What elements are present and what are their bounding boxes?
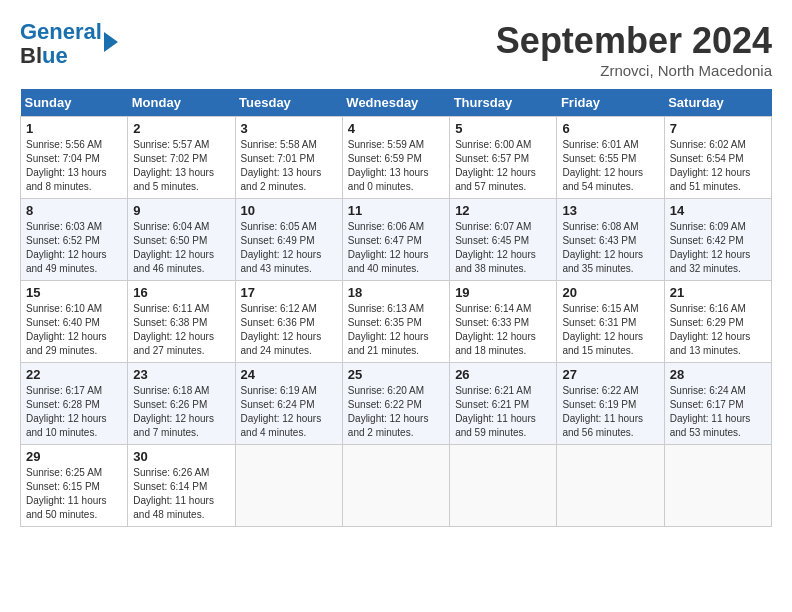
header-saturday: Saturday	[664, 89, 771, 117]
calendar-cell-empty	[450, 445, 557, 527]
calendar-cell-17: 17Sunrise: 6:12 AMSunset: 6:36 PMDayligh…	[235, 281, 342, 363]
day-info: Sunrise: 6:02 AMSunset: 6:54 PMDaylight:…	[670, 138, 766, 194]
calendar-week-0: 1Sunrise: 5:56 AMSunset: 7:04 PMDaylight…	[21, 117, 772, 199]
day-info: Sunrise: 6:08 AMSunset: 6:43 PMDaylight:…	[562, 220, 658, 276]
day-number: 2	[133, 121, 229, 136]
day-number: 15	[26, 285, 122, 300]
day-info: Sunrise: 5:56 AMSunset: 7:04 PMDaylight:…	[26, 138, 122, 194]
day-number: 25	[348, 367, 444, 382]
calendar-cell-29: 29Sunrise: 6:25 AMSunset: 6:15 PMDayligh…	[21, 445, 128, 527]
day-info: Sunrise: 6:01 AMSunset: 6:55 PMDaylight:…	[562, 138, 658, 194]
calendar-cell-12: 12Sunrise: 6:07 AMSunset: 6:45 PMDayligh…	[450, 199, 557, 281]
calendar-cell-21: 21Sunrise: 6:16 AMSunset: 6:29 PMDayligh…	[664, 281, 771, 363]
day-info: Sunrise: 5:58 AMSunset: 7:01 PMDaylight:…	[241, 138, 337, 194]
day-info: Sunrise: 6:24 AMSunset: 6:17 PMDaylight:…	[670, 384, 766, 440]
day-info: Sunrise: 5:59 AMSunset: 6:59 PMDaylight:…	[348, 138, 444, 194]
calendar-week-2: 15Sunrise: 6:10 AMSunset: 6:40 PMDayligh…	[21, 281, 772, 363]
calendar-cell-15: 15Sunrise: 6:10 AMSunset: 6:40 PMDayligh…	[21, 281, 128, 363]
calendar-cell-30: 30Sunrise: 6:26 AMSunset: 6:14 PMDayligh…	[128, 445, 235, 527]
header-friday: Friday	[557, 89, 664, 117]
day-info: Sunrise: 6:04 AMSunset: 6:50 PMDaylight:…	[133, 220, 229, 276]
day-number: 6	[562, 121, 658, 136]
day-number: 23	[133, 367, 229, 382]
calendar-cell-empty	[235, 445, 342, 527]
day-number: 10	[241, 203, 337, 218]
day-number: 1	[26, 121, 122, 136]
day-number: 22	[26, 367, 122, 382]
calendar-cell-4: 4Sunrise: 5:59 AMSunset: 6:59 PMDaylight…	[342, 117, 449, 199]
day-number: 24	[241, 367, 337, 382]
day-info: Sunrise: 6:20 AMSunset: 6:22 PMDaylight:…	[348, 384, 444, 440]
calendar-cell-3: 3Sunrise: 5:58 AMSunset: 7:01 PMDaylight…	[235, 117, 342, 199]
calendar-cell-8: 8Sunrise: 6:03 AMSunset: 6:52 PMDaylight…	[21, 199, 128, 281]
day-number: 11	[348, 203, 444, 218]
day-number: 28	[670, 367, 766, 382]
calendar-cell-6: 6Sunrise: 6:01 AMSunset: 6:55 PMDaylight…	[557, 117, 664, 199]
day-number: 17	[241, 285, 337, 300]
day-info: Sunrise: 6:00 AMSunset: 6:57 PMDaylight:…	[455, 138, 551, 194]
day-info: Sunrise: 6:26 AMSunset: 6:14 PMDaylight:…	[133, 466, 229, 522]
title-block: September 2024 Zrnovci, North Macedonia	[496, 20, 772, 79]
calendar-cell-16: 16Sunrise: 6:11 AMSunset: 6:38 PMDayligh…	[128, 281, 235, 363]
calendar-week-3: 22Sunrise: 6:17 AMSunset: 6:28 PMDayligh…	[21, 363, 772, 445]
logo-arrow-icon	[104, 32, 118, 52]
calendar-cell-empty	[342, 445, 449, 527]
calendar-cell-empty	[664, 445, 771, 527]
day-number: 16	[133, 285, 229, 300]
day-number: 8	[26, 203, 122, 218]
day-number: 30	[133, 449, 229, 464]
day-info: Sunrise: 6:17 AMSunset: 6:28 PMDaylight:…	[26, 384, 122, 440]
calendar-cell-18: 18Sunrise: 6:13 AMSunset: 6:35 PMDayligh…	[342, 281, 449, 363]
day-info: Sunrise: 6:11 AMSunset: 6:38 PMDaylight:…	[133, 302, 229, 358]
day-number: 9	[133, 203, 229, 218]
calendar-cell-23: 23Sunrise: 6:18 AMSunset: 6:26 PMDayligh…	[128, 363, 235, 445]
header-sunday: Sunday	[21, 89, 128, 117]
day-info: Sunrise: 6:09 AMSunset: 6:42 PMDaylight:…	[670, 220, 766, 276]
header-wednesday: Wednesday	[342, 89, 449, 117]
calendar-cell-1: 1Sunrise: 5:56 AMSunset: 7:04 PMDaylight…	[21, 117, 128, 199]
month-title: September 2024	[496, 20, 772, 62]
day-info: Sunrise: 6:05 AMSunset: 6:49 PMDaylight:…	[241, 220, 337, 276]
day-number: 19	[455, 285, 551, 300]
calendar-cell-19: 19Sunrise: 6:14 AMSunset: 6:33 PMDayligh…	[450, 281, 557, 363]
day-info: Sunrise: 6:21 AMSunset: 6:21 PMDaylight:…	[455, 384, 551, 440]
header-tuesday: Tuesday	[235, 89, 342, 117]
calendar-cell-27: 27Sunrise: 6:22 AMSunset: 6:19 PMDayligh…	[557, 363, 664, 445]
day-info: Sunrise: 6:18 AMSunset: 6:26 PMDaylight:…	[133, 384, 229, 440]
day-number: 4	[348, 121, 444, 136]
calendar-cell-28: 28Sunrise: 6:24 AMSunset: 6:17 PMDayligh…	[664, 363, 771, 445]
logo-text: GeneralBlue	[20, 20, 102, 68]
calendar-cell-empty	[557, 445, 664, 527]
day-number: 18	[348, 285, 444, 300]
location-text: Zrnovci, North Macedonia	[496, 62, 772, 79]
calendar-header-row: Sunday Monday Tuesday Wednesday Thursday…	[21, 89, 772, 117]
day-info: Sunrise: 6:10 AMSunset: 6:40 PMDaylight:…	[26, 302, 122, 358]
day-info: Sunrise: 6:07 AMSunset: 6:45 PMDaylight:…	[455, 220, 551, 276]
day-info: Sunrise: 6:06 AMSunset: 6:47 PMDaylight:…	[348, 220, 444, 276]
page-header: GeneralBlue September 2024 Zrnovci, Nort…	[20, 20, 772, 79]
day-number: 29	[26, 449, 122, 464]
day-info: Sunrise: 6:25 AMSunset: 6:15 PMDaylight:…	[26, 466, 122, 522]
calendar-cell-11: 11Sunrise: 6:06 AMSunset: 6:47 PMDayligh…	[342, 199, 449, 281]
day-info: Sunrise: 6:14 AMSunset: 6:33 PMDaylight:…	[455, 302, 551, 358]
calendar-cell-10: 10Sunrise: 6:05 AMSunset: 6:49 PMDayligh…	[235, 199, 342, 281]
calendar-table: Sunday Monday Tuesday Wednesday Thursday…	[20, 89, 772, 527]
day-info: Sunrise: 6:16 AMSunset: 6:29 PMDaylight:…	[670, 302, 766, 358]
day-info: Sunrise: 6:03 AMSunset: 6:52 PMDaylight:…	[26, 220, 122, 276]
day-number: 5	[455, 121, 551, 136]
day-number: 20	[562, 285, 658, 300]
header-monday: Monday	[128, 89, 235, 117]
calendar-cell-26: 26Sunrise: 6:21 AMSunset: 6:21 PMDayligh…	[450, 363, 557, 445]
header-thursday: Thursday	[450, 89, 557, 117]
day-info: Sunrise: 6:12 AMSunset: 6:36 PMDaylight:…	[241, 302, 337, 358]
calendar-cell-24: 24Sunrise: 6:19 AMSunset: 6:24 PMDayligh…	[235, 363, 342, 445]
day-info: Sunrise: 6:15 AMSunset: 6:31 PMDaylight:…	[562, 302, 658, 358]
day-number: 21	[670, 285, 766, 300]
day-info: Sunrise: 6:22 AMSunset: 6:19 PMDaylight:…	[562, 384, 658, 440]
day-info: Sunrise: 5:57 AMSunset: 7:02 PMDaylight:…	[133, 138, 229, 194]
calendar-cell-5: 5Sunrise: 6:00 AMSunset: 6:57 PMDaylight…	[450, 117, 557, 199]
calendar-cell-13: 13Sunrise: 6:08 AMSunset: 6:43 PMDayligh…	[557, 199, 664, 281]
logo: GeneralBlue	[20, 20, 118, 68]
day-number: 27	[562, 367, 658, 382]
day-info: Sunrise: 6:13 AMSunset: 6:35 PMDaylight:…	[348, 302, 444, 358]
